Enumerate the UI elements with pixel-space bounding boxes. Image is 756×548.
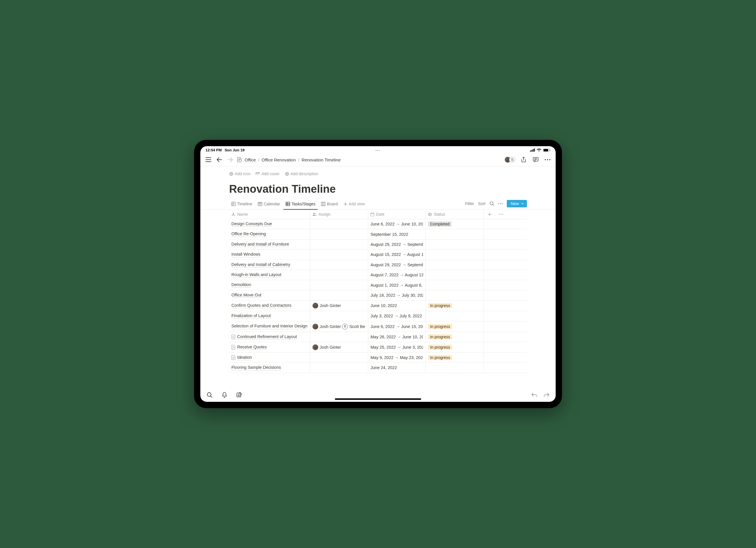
cell-status[interactable]: In progress <box>426 300 484 311</box>
presence-avatars[interactable]: S <box>506 157 515 163</box>
cell-status[interactable] <box>426 260 484 270</box>
cell-date[interactable]: June 24, 2022 <box>368 363 426 372</box>
cell-date[interactable]: July 18, 2022 → July 30, 2022 <box>368 290 426 300</box>
cell-date[interactable]: June 6, 2022 → June 15, 2022 <box>368 321 426 332</box>
cell-name[interactable]: Office Re-Opening <box>229 229 310 239</box>
back-icon[interactable] <box>215 156 223 164</box>
cell-assign[interactable] <box>310 270 368 280</box>
cell-date[interactable]: August 29, 2022 → September <box>368 240 426 249</box>
table-row[interactable]: Install WindowsAugust 15, 2022 → August … <box>229 250 527 260</box>
column-assign[interactable]: Assign <box>310 210 368 219</box>
table-row[interactable]: Rough-in Walls and LayoutAugust 7, 2022 … <box>229 270 527 280</box>
table-row[interactable]: Delivery and Install of CabinetryAugust … <box>229 260 527 270</box>
cell-assign[interactable] <box>310 240 368 249</box>
filter-button[interactable]: Filter <box>465 201 474 206</box>
add-cover-button[interactable]: Add cover <box>256 172 279 176</box>
cell-name[interactable]: Selection of Furniture and Interior Desi… <box>229 321 310 332</box>
cell-assign[interactable]: Josh Ginter <box>310 300 368 311</box>
cell-assign[interactable] <box>310 229 368 239</box>
cell-date[interactable]: September 15, 2022 <box>368 229 426 239</box>
table-row[interactable]: Finalization of LayoutJuly 3, 2022 → Jul… <box>229 311 527 321</box>
cell-date[interactable]: June 10, 2022 <box>368 300 426 311</box>
breadcrumb-root[interactable]: Office <box>245 157 256 162</box>
hamburger-icon[interactable] <box>204 156 212 164</box>
cell-status[interactable]: Completed <box>426 219 484 229</box>
cell-assign[interactable] <box>310 260 368 270</box>
multitask-dots-icon[interactable]: ••• <box>375 149 381 152</box>
breadcrumb-parent[interactable]: Office Renovation <box>262 157 296 162</box>
table-row[interactable]: Design Concepts DueJune 6, 2022 → June 1… <box>229 219 527 229</box>
cell-date[interactable]: June 6, 2022 → June 10, 2022 <box>368 219 426 229</box>
cell-date[interactable]: May 25, 2022 → June 3, 2022 <box>368 342 426 352</box>
cell-name[interactable]: Demolition <box>229 280 310 290</box>
cell-status[interactable] <box>426 240 484 249</box>
add-view-button[interactable]: Add view <box>341 199 367 210</box>
share-icon[interactable] <box>519 156 527 164</box>
cell-assign[interactable]: Josh Ginter <box>310 342 368 352</box>
cell-status[interactable]: In progress <box>426 321 484 332</box>
tab-calendar[interactable]: 31 Calendar <box>256 199 282 210</box>
cell-name[interactable]: Receive Quotes <box>229 342 310 352</box>
cell-status[interactable]: In progress <box>426 353 484 362</box>
cell-date[interactable]: August 29, 2022 → September <box>368 260 426 270</box>
more-icon[interactable] <box>544 156 552 164</box>
cell-assign[interactable] <box>310 353 368 362</box>
cell-name[interactable]: Finalization of Layout <box>229 311 310 321</box>
page-title[interactable]: Renovation Timeline <box>200 183 556 195</box>
breadcrumb-current[interactable]: Renovation Timeline <box>302 157 341 162</box>
cell-assign[interactable] <box>310 250 368 260</box>
cell-date[interactable]: August 7, 2022 → August 13, <box>368 270 426 280</box>
cell-name[interactable]: Flooring Sample Decisions <box>229 363 310 372</box>
new-button[interactable]: New <box>507 200 527 207</box>
table-row[interactable]: Flooring Sample DecisionsJune 24, 2022 <box>229 363 527 373</box>
cell-name[interactable]: Design Concepts Due <box>229 219 310 229</box>
table-row[interactable]: Selection of Furniture and Interior Desi… <box>229 321 527 332</box>
cell-status[interactable] <box>426 280 484 290</box>
home-indicator[interactable] <box>335 398 421 400</box>
cell-name[interactable]: Ideation <box>229 353 310 362</box>
cell-date[interactable]: July 3, 2022 → July 9, 2022 <box>368 311 426 321</box>
cell-status[interactable] <box>426 290 484 300</box>
cell-date[interactable]: August 1, 2022 → August 6, 2 <box>368 280 426 290</box>
cell-assign[interactable] <box>310 290 368 300</box>
table-row[interactable]: Receive QuotesJosh GinterMay 25, 2022 → … <box>229 342 527 353</box>
cell-name[interactable]: Office Move Out <box>229 290 310 300</box>
redo-icon[interactable] <box>542 391 550 399</box>
notifications-icon[interactable] <box>220 391 229 399</box>
undo-icon[interactable] <box>530 391 538 399</box>
cell-name[interactable]: Delivery and Install of Furniture <box>229 240 310 249</box>
cell-name[interactable]: Install Windows <box>229 250 310 260</box>
cell-date[interactable]: May 26, 2022 → June 10, 2022 <box>368 332 426 342</box>
cell-assign[interactable] <box>310 280 368 290</box>
cell-assign[interactable] <box>310 332 368 342</box>
cell-name[interactable]: Continued Refinement of Layout <box>229 332 310 342</box>
table-row[interactable]: Office Re-OpeningSeptember 15, 2022 <box>229 229 527 239</box>
search-icon[interactable] <box>206 391 214 399</box>
cell-status[interactable]: In progress <box>426 332 484 342</box>
search-icon[interactable] <box>490 201 494 206</box>
cell-assign[interactable] <box>310 363 368 372</box>
column-date[interactable]: Date <box>368 210 426 219</box>
cell-date[interactable]: May 9, 2022 → May 23, 2022 <box>368 353 426 362</box>
column-more-icon[interactable] <box>495 210 507 219</box>
comments-icon[interactable] <box>531 156 540 164</box>
compose-icon[interactable] <box>235 391 243 399</box>
column-name[interactable]: Name <box>229 210 310 219</box>
cell-assign[interactable] <box>310 219 368 229</box>
cell-name[interactable]: Delivery and Install of Cabinetry <box>229 260 310 270</box>
cell-status[interactable] <box>426 363 484 372</box>
cell-status[interactable] <box>426 229 484 239</box>
table-row[interactable]: IdeationMay 9, 2022 → May 23, 2022In pro… <box>229 353 527 363</box>
tab-timeline[interactable]: Timeline <box>229 199 254 210</box>
add-description-button[interactable]: Add description <box>285 172 318 176</box>
cell-status[interactable]: In progress <box>426 342 484 352</box>
forward-icon[interactable] <box>226 156 234 164</box>
sort-button[interactable]: Sort <box>478 201 486 206</box>
add-column-button[interactable] <box>484 210 495 219</box>
view-more-icon[interactable] <box>498 203 503 204</box>
tab-board[interactable]: Board <box>319 199 340 210</box>
table-row[interactable]: Delivery and Install of FurnitureAugust … <box>229 240 527 250</box>
cell-assign[interactable] <box>310 311 368 321</box>
cell-date[interactable]: August 15, 2022 → August 19 <box>368 250 426 260</box>
table-row[interactable]: DemolitionAugust 1, 2022 → August 6, 2 <box>229 280 527 290</box>
